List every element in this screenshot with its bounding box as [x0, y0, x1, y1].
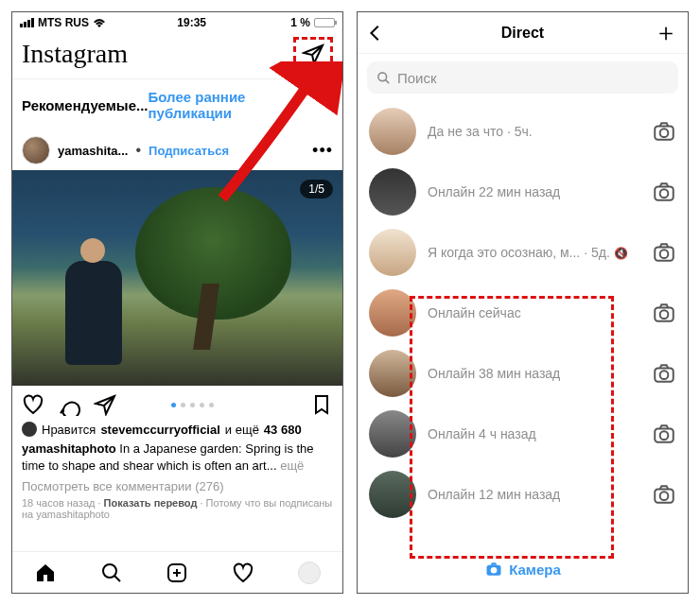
carousel-counter: 1/5 [300, 180, 333, 199]
svg-point-16 [660, 492, 669, 500]
thread-message: Да не за что [428, 124, 503, 139]
battery-icon [314, 18, 335, 27]
profile-tab-icon[interactable] [298, 562, 321, 584]
earlier-posts-link[interactable]: Более ранние публикации [149, 89, 334, 121]
search-placeholder: Поиск [397, 70, 437, 86]
thread-avatar [369, 108, 416, 155]
signal-icon [20, 18, 34, 27]
activity-tab-icon[interactable] [232, 562, 254, 584]
thread-list: Да не за что · 5ч. Онлайн 22 мин назад Я… [358, 101, 688, 525]
thread-row[interactable]: Онлайн сейчас [358, 283, 688, 343]
camera-icon[interactable] [652, 301, 676, 325]
thread-row[interactable]: Онлайн 12 мин назад [358, 464, 688, 525]
muted-icon: 🔇 [614, 247, 628, 260]
svg-point-6 [660, 189, 669, 198]
follow-link[interactable]: Подписаться [149, 144, 229, 158]
do-not-disturb-icon [277, 18, 287, 27]
caption-username[interactable]: yamashitaphoto [22, 441, 116, 456]
thread-message: Я когда это осознаю, м... [428, 245, 580, 260]
liker-avatar [22, 422, 37, 437]
svg-point-8 [660, 250, 669, 258]
svg-point-12 [660, 371, 669, 379]
likes-row[interactable]: Нравится stevemccurryofficial и ещё 43 6… [12, 420, 342, 439]
camera-icon[interactable] [652, 240, 676, 265]
view-comments-link[interactable]: Посмотреть все комментарии (276) [12, 475, 342, 495]
status-bar: MTS RUS 19:35 1 % [12, 12, 342, 31]
bookmark-icon[interactable] [310, 393, 333, 416]
recommended-label: Рекомендуемые... [22, 97, 149, 113]
camera-icon[interactable] [652, 119, 676, 144]
post-meta: 18 часов назад · Показать перевод · Пото… [12, 495, 342, 522]
share-icon[interactable] [94, 393, 116, 416]
post-actions [12, 386, 342, 420]
direct-header: Direct ＋ [358, 12, 688, 54]
add-post-tab-icon[interactable] [166, 562, 188, 584]
direct-title: Direct [501, 25, 544, 42]
camera-icon [484, 560, 503, 579]
feed-screen: MTS RUS 19:35 1 % Instagram Рекомендуемы… [11, 11, 343, 594]
direct-screen: Direct ＋ Поиск Да не за что · 5ч. Онлайн… [357, 11, 689, 594]
svg-point-18 [491, 567, 498, 574]
comment-icon[interactable] [58, 393, 80, 416]
likes-prefix: Нравится [42, 423, 96, 437]
camera-icon[interactable] [652, 482, 676, 507]
thread-message: Онлайн 38 мин назад [428, 366, 560, 381]
new-message-button[interactable]: ＋ [654, 16, 678, 49]
search-tab-icon[interactable] [100, 562, 123, 584]
tab-bar [12, 551, 342, 593]
post-caption: yamashitaphoto In a Japanese garden: Spr… [12, 439, 342, 475]
camera-label: Камера [509, 562, 561, 578]
instagram-logo: Instagram [22, 39, 128, 69]
dot-separator: • [135, 142, 141, 159]
camera-icon[interactable] [652, 361, 676, 386]
wifi-icon [93, 18, 106, 28]
likes-user: stevemccurryofficial [100, 423, 219, 437]
recommended-bar: Рекомендуемые... Более ранние публикации [12, 79, 342, 130]
thread-avatar [369, 289, 416, 337]
back-icon[interactable] [365, 23, 386, 43]
caption-more[interactable]: ещё [280, 458, 304, 473]
translate-link[interactable]: Показать перевод [104, 497, 198, 509]
post-more-button[interactable]: ••• [312, 141, 333, 161]
search-icon [376, 71, 391, 85]
search-input[interactable]: Поиск [367, 61, 678, 94]
app-header: Instagram [12, 31, 342, 79]
battery-percent: 1 % [290, 16, 310, 29]
svg-point-2 [378, 72, 387, 80]
svg-point-14 [660, 431, 669, 440]
thread-time: 5ч. [515, 124, 533, 139]
gardener-illustration [65, 261, 122, 365]
post-header: yamashita... • Подписаться ••• [12, 130, 342, 170]
camera-icon[interactable] [652, 422, 676, 446]
carousel-dots [171, 403, 214, 407]
post-image[interactable]: 1/5 [12, 170, 342, 386]
thread-message: Онлайн сейчас [428, 305, 521, 320]
thread-row[interactable]: Онлайн 4 ч назад [358, 404, 688, 464]
time-ago: 18 часов назад [22, 497, 95, 509]
thread-avatar [369, 229, 416, 276]
thread-message: Онлайн 22 мин назад [428, 184, 560, 199]
direct-button[interactable] [293, 37, 333, 71]
carrier-label: MTS RUS [38, 16, 89, 29]
camera-icon[interactable] [652, 180, 676, 204]
thread-time: 5д. [591, 245, 610, 260]
home-tab-icon[interactable] [34, 562, 57, 584]
thread-row[interactable]: Да не за что · 5ч. [358, 101, 688, 162]
likes-and: и ещё [225, 423, 259, 437]
post-avatar[interactable] [22, 136, 50, 164]
thread-row[interactable]: Онлайн 38 мин назад [358, 343, 688, 404]
thread-avatar [369, 350, 416, 397]
thread-avatar [369, 471, 416, 518]
clock: 19:35 [177, 16, 206, 29]
thread-message: Онлайн 4 ч назад [428, 426, 536, 441]
thread-message: Онлайн 12 мин назад [428, 487, 560, 502]
like-icon[interactable] [22, 393, 44, 416]
svg-point-0 [103, 564, 116, 578]
likes-count: 43 680 [264, 423, 302, 437]
thread-row[interactable]: Я когда это осознаю, м... · 5д.🔇 [358, 222, 688, 283]
search-container: Поиск [358, 54, 688, 101]
thread-row[interactable]: Онлайн 22 мин назад [358, 162, 688, 222]
camera-button[interactable]: Камера [358, 551, 688, 587]
post-username[interactable]: yamashita... [58, 144, 128, 158]
thread-avatar [369, 410, 416, 458]
